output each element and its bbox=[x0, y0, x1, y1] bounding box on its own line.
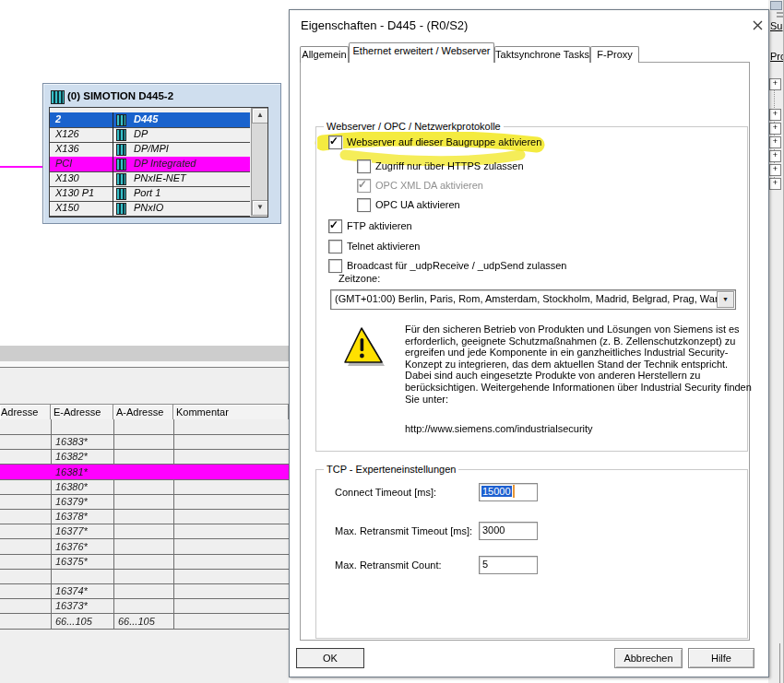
rack-row[interactable]: X130 P1Port 1 bbox=[50, 186, 250, 202]
tree-expand-icon[interactable]: + bbox=[769, 123, 781, 135]
module-name: DP bbox=[134, 128, 148, 139]
tcp-field-label: Max. Retransmit Count: bbox=[335, 559, 442, 571]
e-address-value: 16383* bbox=[55, 436, 88, 447]
column-divider bbox=[113, 186, 113, 201]
tree-expand-icon[interactable]: + bbox=[769, 178, 781, 190]
tree-expand-icon[interactable]: + bbox=[769, 164, 781, 176]
module-name: PNxIE-NET bbox=[134, 172, 186, 183]
rack-row[interactable]: X130PNxIE-NET bbox=[50, 171, 250, 187]
tcp-field-label: Max. Retransmit Timeout [ms]: bbox=[335, 525, 472, 536]
timezone-label: Zeitzone: bbox=[339, 273, 380, 284]
checkbox-label: Broadcast für _udpReceive / _udpSend zul… bbox=[347, 260, 567, 271]
catalog-profile-label[interactable]: Pro bbox=[770, 51, 784, 62]
checkbox-4[interactable] bbox=[357, 198, 371, 212]
column-header-a-adresse: A-Adresse bbox=[113, 405, 173, 419]
table-row[interactable]: 16383* bbox=[0, 434, 289, 450]
webserver-group-title: Webserver / OPC / Netzwerkprotokolle bbox=[324, 121, 504, 132]
dialog-title: Eigenschaften - D445 - (R0/S2) bbox=[301, 18, 468, 32]
module-icon bbox=[116, 173, 126, 185]
e-address-value: 16375* bbox=[55, 556, 88, 567]
module-name: Port 1 bbox=[134, 187, 160, 198]
checkbox-label: OPC UA aktivieren bbox=[375, 199, 460, 210]
table-row[interactable]: 16381* bbox=[0, 465, 289, 480]
rack-scrollbar[interactable]: ▲ ▼ bbox=[251, 108, 267, 216]
cancel-button[interactable]: Abbrechen bbox=[614, 648, 683, 668]
table-row[interactable]: 16380* bbox=[0, 479, 289, 495]
tab-taktsynchrone-tasks[interactable]: Taktsynchrone Tasks bbox=[494, 46, 590, 63]
e-address-value: 16374* bbox=[55, 585, 88, 596]
rack-window[interactable]: (0) SIMOTION D445-2 2D445X126DPX136DP/MP… bbox=[42, 83, 281, 224]
table-row[interactable]: 16373* bbox=[0, 598, 289, 614]
checkbox-5[interactable]: ✓ bbox=[328, 219, 342, 233]
e-address-value: 16379* bbox=[55, 496, 88, 507]
slot-label: 2 bbox=[55, 113, 109, 124]
checkbox-6[interactable] bbox=[328, 240, 342, 253]
table-row[interactable]: 16378* bbox=[0, 509, 289, 524]
table-row[interactable]: 16375* bbox=[0, 554, 289, 570]
slot-label: X130 P1 bbox=[55, 187, 109, 198]
module-icon bbox=[116, 144, 126, 156]
module-name: D445 bbox=[134, 113, 158, 124]
catalog-search-label[interactable]: Su bbox=[770, 20, 782, 31]
tcp-field-value: 3000 bbox=[481, 524, 505, 536]
tree-expand-icon[interactable]: + bbox=[769, 136, 781, 148]
table-row[interactable]: 16382* bbox=[0, 449, 289, 465]
a-address-value: 66...105 bbox=[118, 616, 155, 627]
rack-row[interactable]: PCIDP Integrated bbox=[50, 157, 250, 172]
tcp-field-input[interactable]: 15000 bbox=[479, 483, 538, 501]
pane-splitter[interactable] bbox=[0, 346, 289, 361]
table-row[interactable]: 16379* bbox=[0, 494, 289, 510]
close-icon[interactable] bbox=[750, 18, 766, 34]
properties-dialog: Eigenschaften - D445 - (R0/S2) Allgemein… bbox=[289, 9, 769, 677]
tcp-field-input[interactable]: 5 bbox=[479, 556, 538, 574]
security-notice: Für den sicheren Betrieb von Produkten u… bbox=[405, 324, 755, 405]
table-row[interactable]: 66...10566...105 bbox=[0, 614, 289, 630]
timezone-select[interactable]: (GMT+01:00) Berlin, Paris, Rom, Amsterda… bbox=[330, 289, 736, 310]
tcp-group-title: TCP - Experteneinstellungen bbox=[324, 464, 458, 475]
e-address-value: 16378* bbox=[55, 511, 88, 522]
catalog-scrollbar-edge bbox=[779, 643, 780, 683]
tab-allgemein[interactable]: Allgemein bbox=[300, 46, 349, 63]
module-icon bbox=[116, 129, 126, 141]
warning-icon bbox=[340, 325, 388, 370]
module-icon bbox=[116, 159, 126, 171]
tcp-field-label: Connect Timeout [ms]: bbox=[335, 487, 436, 498]
module-icon bbox=[116, 114, 126, 126]
tcp-field-value: 5 bbox=[481, 559, 489, 570]
tree-expand-icon[interactable]: + bbox=[769, 78, 781, 90]
table-row[interactable] bbox=[0, 569, 289, 584]
rack-row[interactable]: X150PNxIO bbox=[50, 201, 250, 217]
e-address-value: 16380* bbox=[55, 481, 88, 492]
tree-expand-icon[interactable]: + bbox=[769, 150, 781, 162]
table-row[interactable]: 16377* bbox=[0, 524, 289, 539]
check-icon: ✓ bbox=[329, 135, 339, 147]
rack-row[interactable]: X126DP bbox=[50, 127, 250, 143]
module-name: DP/MPI bbox=[134, 143, 169, 154]
checkbox-2[interactable] bbox=[357, 159, 371, 173]
table-row[interactable] bbox=[0, 419, 289, 435]
e-address-value: 16382* bbox=[55, 451, 88, 462]
tcp-field-value: 15000 bbox=[481, 486, 512, 497]
tree-expand-icon[interactable]: + bbox=[769, 109, 781, 121]
checkbox-3[interactable]: ✓ bbox=[357, 179, 371, 193]
help-button[interactable]: Hilfe bbox=[688, 648, 754, 668]
check-icon: ✓ bbox=[358, 178, 367, 191]
ok-button[interactable]: OK bbox=[296, 648, 364, 668]
table-row[interactable]: 16374* bbox=[0, 583, 289, 599]
tab-ethernet-erweitert-webserver[interactable]: Ethernet erweitert / Webserver bbox=[349, 42, 494, 63]
timezone-value: (GMT+01:00) Berlin, Paris, Rom, Amsterda… bbox=[335, 293, 717, 304]
checkbox-1[interactable]: ✓ bbox=[328, 135, 342, 149]
tab-f-proxy[interactable]: F-Proxy bbox=[590, 46, 639, 63]
checkbox-label: Telnet aktivieren bbox=[347, 241, 421, 252]
table-row[interactable]: 16376* bbox=[0, 539, 289, 555]
rack-row[interactable]: 2D445 bbox=[50, 112, 250, 128]
checkbox-7[interactable] bbox=[328, 259, 342, 273]
scroll-up-icon[interactable]: ▲ bbox=[252, 108, 268, 124]
column-divider bbox=[113, 201, 113, 216]
checkbox-label: Zugriff nur über HTTPS zulassen bbox=[375, 160, 524, 171]
chevron-down-icon[interactable]: ▼ bbox=[717, 291, 734, 308]
scroll-down-icon[interactable]: ▼ bbox=[252, 200, 268, 216]
tcp-field-input[interactable]: 3000 bbox=[479, 522, 538, 540]
rack-row[interactable]: X136DP/MPI bbox=[50, 142, 250, 158]
column-divider bbox=[113, 157, 113, 171]
